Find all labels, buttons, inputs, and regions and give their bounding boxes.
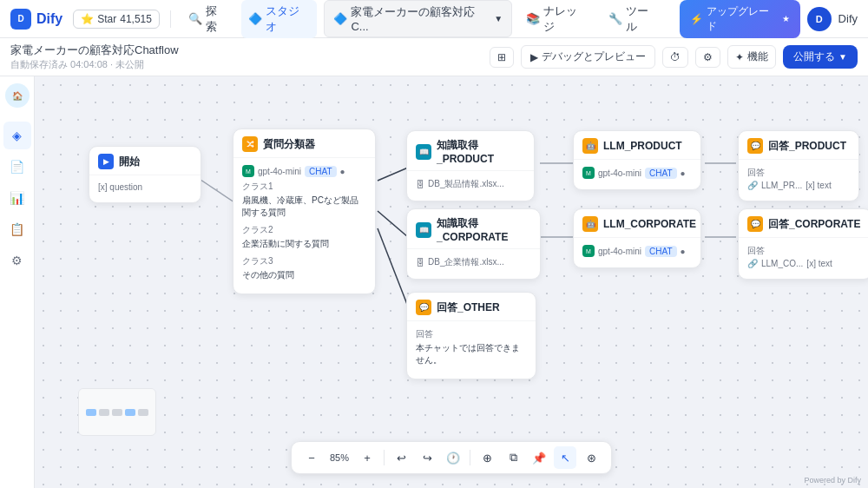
flow-icon: 🔷	[333, 12, 347, 25]
llmc-model: gpt-4o-mini	[598, 247, 641, 256]
publish-button[interactable]: 公開する ▼	[783, 45, 858, 69]
workflow-icon: ◈	[12, 129, 22, 142]
answer-corporate-title: 回答_CORPORATE	[768, 217, 860, 232]
sidebar-item-knowledge[interactable]: 📄	[3, 153, 31, 181]
llmc-model-icon: M	[582, 245, 595, 257]
knowledge-corporate-icon: 📖	[416, 222, 431, 238]
ac-ref-row: 🔗 LLM_CO... [x] text	[747, 259, 863, 268]
sidebar-item-settings[interactable]: ⚙	[3, 247, 31, 274]
settings-btn[interactable]: ⚙	[695, 47, 720, 68]
ac-text: [x] text	[806, 259, 832, 268]
flow-tab[interactable]: 🔷 家電メーカーの顧客対応C... ▼	[324, 0, 512, 37]
llmp-model: gpt-4o-mini	[598, 168, 641, 178]
duplicate-btn[interactable]: ⧉	[502, 446, 524, 469]
knowledge-product-node[interactable]: 📖 知識取得_PRODUCT 🗄 DB_製品情報.xlsx...	[406, 130, 535, 201]
studio-btn[interactable]: 🔷 スタジオ	[241, 0, 317, 38]
minimap[interactable]	[78, 388, 156, 436]
nav-separator	[170, 10, 171, 28]
pin-btn[interactable]: 📌	[528, 446, 550, 469]
connect-btn[interactable]: ⊛	[580, 446, 602, 469]
classifier-node[interactable]: 🔀 質問分類器 M gpt-4o-mini CHAT ● クラス1 扇風機、冷蔵…	[233, 129, 376, 294]
star-button[interactable]: ⭐ Star 41,515	[73, 10, 160, 29]
answer-product-title: 回答_PRODUCT	[768, 139, 846, 154]
upgrade-button[interactable]: ⚡ アップグレード ★	[680, 0, 800, 38]
publish-chevron: ▼	[838, 52, 847, 62]
answer-product-node[interactable]: 💬 回答_PRODUCT 回答 🔗 LLM_PR... [x] text	[738, 130, 859, 201]
studio-icon: 🔷	[248, 12, 262, 25]
debug-button[interactable]: ▶ デバッグとプレビュー	[521, 45, 655, 69]
ap-label: 回答	[747, 167, 850, 179]
sub-navigation: 家電メーカーの顧客対応Chatflow 自動保存済み 04:04:08 · 未公…	[0, 38, 868, 76]
answer-corporate-node[interactable]: 💬 回答_CORPORATE 回答 🔗 LLM_CO... [x] text	[738, 208, 868, 280]
llmp-chat: CHAT	[645, 168, 676, 179]
avatar-initial: D	[816, 14, 823, 24]
subnav-actions: ⊞ ▶ デバッグとプレビュー ⏱ ⚙ ✦ 機能 公開する ▼	[490, 45, 858, 69]
minimap-block-5	[138, 409, 148, 416]
llm-corporate-header: 🤖 LLM_CORPORATE	[574, 209, 700, 238]
history-btn[interactable]: 🕐	[442, 446, 464, 469]
llmc-dot: ●	[681, 247, 686, 256]
timer-icon: ⏱	[670, 51, 681, 63]
timer-btn[interactable]: ⏱	[662, 47, 688, 68]
upgrade-icon: ⚡	[690, 13, 703, 25]
publish-label: 公開する	[793, 49, 835, 64]
redo-btn[interactable]: ↪	[416, 446, 438, 469]
start-field-row: [x] question	[98, 182, 192, 192]
ac-label: 回答	[747, 245, 863, 257]
user-avatar[interactable]: D	[807, 7, 832, 31]
ap-text: [x] text	[806, 181, 831, 190]
sidebar-item-logs[interactable]: 📋	[3, 215, 31, 243]
knowledge-corporate-header: 📖 知識取得_CORPORATE	[407, 209, 540, 249]
watermark: Powered by Dify	[804, 476, 861, 485]
sidebar-item-monitor[interactable]: 📊	[3, 184, 31, 212]
start-node-header: ▶ 開始	[89, 147, 201, 175]
flow-title: 家電メーカーの顧客対応Chatflow	[10, 43, 179, 58]
ac-ref-icon: 🔗	[747, 259, 758, 268]
monitor-icon: 📊	[10, 191, 24, 205]
zoom-out-btn[interactable]: −	[300, 446, 323, 469]
minimap-block-2	[99, 409, 109, 416]
knowledge-corporate-body: 🗄 DB_企業情報.xlsx...	[407, 249, 540, 279]
studio-label: スタジオ	[266, 3, 310, 35]
classifier-model: gpt-4o-mini	[258, 167, 301, 176]
canvas-area[interactable]: ▶ 開始 [x] question 🔀 質問分類器 M gpt-4o-mini …	[35, 76, 868, 488]
toolbar-sep-2	[470, 450, 470, 465]
explore-btn[interactable]: 🔍 探索	[181, 0, 234, 38]
llm-product-node[interactable]: 🤖 LLM_PRODUCT M gpt-4o-mini CHAT ●	[573, 130, 701, 190]
llm-corporate-node[interactable]: 🤖 LLM_CORPORATE M gpt-4o-mini CHAT ●	[573, 208, 701, 268]
sidebar-avatar[interactable]: 🏠	[5, 83, 30, 108]
classifier-header: 🔀 質問分類器	[233, 129, 375, 158]
upgrade-label: アップグレード	[707, 4, 779, 34]
knowledge-btn[interactable]: 📚 ナレッジ	[519, 0, 595, 38]
play-icon: ▶	[530, 51, 538, 63]
add-node-btn[interactable]: ⊕	[476, 446, 498, 469]
layout-btn[interactable]: ⊞	[490, 47, 514, 68]
svg-line-2	[378, 211, 408, 237]
start-node[interactable]: ▶ 開始 [x] question	[89, 146, 201, 203]
start-body: [x] question	[89, 175, 201, 202]
start-icon: ▶	[98, 154, 114, 169]
model-icon: M	[242, 165, 254, 177]
answer-other-node[interactable]: 💬 回答_OTHER 回答 本チャットでは回答できません。	[406, 292, 536, 379]
undo-btn[interactable]: ↩	[390, 446, 412, 469]
knowledge-icon: 📚	[526, 12, 540, 25]
username-label[interactable]: Dify	[838, 12, 858, 25]
answer-product-icon: 💬	[747, 138, 763, 154]
kp-db: DB_製品情報.xlsx...	[428, 178, 504, 190]
cursor-btn[interactable]: ↖	[554, 446, 576, 469]
dot-icon: ●	[340, 167, 345, 176]
sidebar-item-workflow[interactable]: ◈	[3, 122, 31, 149]
features-btn[interactable]: ✦ 機能	[727, 45, 776, 69]
knowledge-corporate-node[interactable]: 📖 知識取得_CORPORATE 🗄 DB_企業情報.xlsx...	[406, 208, 541, 280]
star-label: Star	[97, 13, 116, 25]
flow-chevron: ▼	[494, 14, 503, 23]
features-icon: ✦	[735, 51, 744, 63]
llm-corporate-body: M gpt-4o-mini CHAT ●	[574, 238, 700, 267]
zoom-in-btn[interactable]: +	[356, 446, 378, 469]
tools-btn[interactable]: 🔧 ツール	[602, 0, 666, 38]
logo[interactable]: D Dify	[10, 9, 62, 30]
answer-other-icon: 💬	[416, 300, 431, 315]
layout-icon: ⊞	[497, 51, 506, 63]
answer-product-body: 回答 🔗 LLM_PR... [x] text	[739, 160, 858, 201]
star-count: 41,515	[120, 13, 152, 25]
